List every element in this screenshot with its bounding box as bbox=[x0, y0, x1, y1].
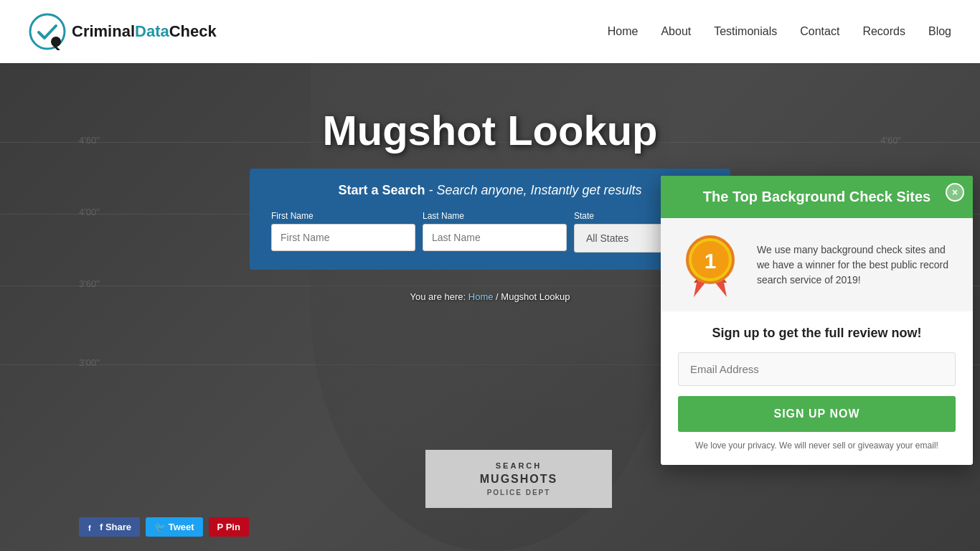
nav-about[interactable]: About bbox=[661, 25, 691, 38]
popup-body: Sign up to get the full review now! SIGN… bbox=[661, 311, 973, 465]
hero-title: Mugshot Lookup bbox=[322, 106, 657, 154]
search-box: Start a Search - Search anyone, Instantl… bbox=[250, 169, 730, 270]
popup-signup-button[interactable]: SIGN UP NOW bbox=[678, 396, 956, 432]
popup-header: The Top Background Check Sites × bbox=[661, 176, 973, 218]
last-name-field-group: Last Name bbox=[423, 211, 567, 253]
last-name-input[interactable] bbox=[423, 224, 567, 251]
breadcrumb-home[interactable]: Home bbox=[468, 291, 494, 302]
popup-email-input[interactable] bbox=[678, 352, 956, 386]
search-fields: First Name Last Name State All States bbox=[271, 211, 709, 253]
logo-text: CriminalDataCheck bbox=[72, 22, 217, 41]
search-box-prefix: Start a Search bbox=[338, 183, 425, 197]
popup-signup-title: Sign up to get the full review now! bbox=[678, 326, 956, 341]
svg-text:1: 1 bbox=[705, 249, 717, 273]
breadcrumb: You are here: Home / Mugshot Lookup bbox=[410, 291, 570, 302]
social-share: f f Share 🐦 Tweet P Pin bbox=[79, 517, 249, 537]
svg-text:f: f bbox=[88, 524, 91, 532]
medal-icon: 1 bbox=[678, 232, 743, 297]
facebook-share-button[interactable]: f f Share bbox=[79, 517, 140, 537]
last-name-label: Last Name bbox=[423, 211, 567, 221]
popup-header-title: The Top Background Check Sites bbox=[703, 189, 930, 204]
search-box-subtitle: - Search anyone, Instantly get results bbox=[428, 183, 641, 197]
nav-records[interactable]: Records bbox=[862, 25, 905, 38]
first-name-label: First Name bbox=[271, 211, 415, 221]
search-box-title: Start a Search - Search anyone, Instantl… bbox=[271, 183, 709, 198]
twitter-share-label: 🐦 Tweet bbox=[154, 522, 194, 532]
logo-icon bbox=[29, 13, 66, 50]
facebook-icon: f bbox=[88, 523, 96, 532]
logo[interactable]: CriminalDataCheck bbox=[29, 13, 217, 50]
popup-badge-text: We use many background check sites and w… bbox=[757, 242, 956, 288]
breadcrumb-prefix: You are here: bbox=[410, 291, 466, 302]
breadcrumb-current: Mugshot Lookup bbox=[501, 291, 570, 302]
main-nav: Home About Testimonials Contact Records … bbox=[608, 25, 951, 38]
nav-blog[interactable]: Blog bbox=[928, 25, 951, 38]
nav-contact[interactable]: Contact bbox=[800, 25, 839, 38]
popup-close-button[interactable]: × bbox=[946, 183, 964, 202]
popup-privacy-text: We love your privacy. We will never sell… bbox=[678, 441, 956, 451]
facebook-share-label: f Share bbox=[100, 522, 131, 532]
popup-badge-section: 1 We use many background check sites and… bbox=[661, 218, 973, 311]
header: CriminalDataCheck Home About Testimonial… bbox=[0, 0, 980, 63]
pinterest-share-button[interactable]: P Pin bbox=[209, 517, 249, 537]
twitter-share-button[interactable]: 🐦 Tweet bbox=[146, 517, 203, 537]
nav-testimonials[interactable]: Testimonials bbox=[714, 25, 777, 38]
breadcrumb-separator: / bbox=[496, 291, 499, 302]
first-name-field-group: First Name bbox=[271, 211, 415, 253]
first-name-input[interactable] bbox=[271, 224, 415, 251]
nav-home[interactable]: Home bbox=[608, 25, 639, 38]
popup-overlay: The Top Background Check Sites × 1 We us… bbox=[661, 176, 973, 465]
pinterest-share-label: P Pin bbox=[217, 522, 240, 532]
